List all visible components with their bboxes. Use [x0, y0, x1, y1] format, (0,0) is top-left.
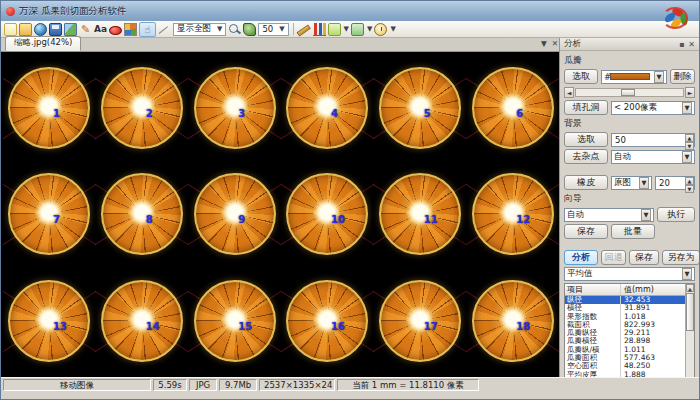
layer-icon[interactable]	[328, 23, 341, 36]
line-tool-icon[interactable]	[158, 23, 171, 36]
segment-color-select[interactable]: #1 ▼	[601, 70, 667, 84]
fit-view-select[interactable]: 显示全图 ▼	[173, 23, 226, 36]
wizard-save-button[interactable]: 保存	[564, 224, 608, 239]
denoise-mode-select[interactable]: 自动 ▼	[611, 150, 695, 164]
toolbar-separator	[293, 23, 294, 35]
chevron-down-icon[interactable]: ▼	[367, 25, 372, 33]
table-row[interactable]: 瓜瓣横径28.898	[565, 337, 685, 345]
slider-left-arrow-icon[interactable]: ◄	[564, 87, 574, 98]
save-button[interactable]: 保存	[629, 250, 659, 265]
slider-right-arrow-icon[interactable]: ►	[685, 87, 695, 98]
slider-thumb[interactable]	[621, 89, 635, 96]
spinner-up-icon[interactable]: ▲	[685, 177, 694, 185]
tab-collapse-icon[interactable]: ▼	[541, 39, 547, 48]
orange-slice[interactable]: 6	[466, 55, 559, 161]
slice-number-label: 3	[238, 108, 245, 119]
chevron-down-icon[interactable]: ▼	[390, 25, 395, 33]
zoom-icon[interactable]	[228, 23, 241, 36]
save-icon[interactable]	[49, 23, 62, 36]
orange-slice[interactable]: 12	[466, 161, 559, 267]
wizard-batch-button[interactable]: 批量	[611, 224, 655, 239]
chart-icon[interactable]	[313, 23, 326, 36]
tab-close-icon[interactable]: ✕	[552, 39, 558, 48]
table-row[interactable]: 瓜瓣纵径29.211	[565, 329, 685, 337]
spinner-down-icon[interactable]: ▼	[685, 142, 694, 150]
image-icon[interactable]	[64, 23, 77, 36]
orange-slice[interactable]: 7	[3, 161, 96, 267]
history-icon[interactable]	[374, 23, 387, 36]
hand-tool-button[interactable]: ☝	[139, 22, 156, 37]
eraser-layer-select[interactable]: 原图 ▼	[611, 176, 652, 190]
palette-icon[interactable]	[124, 23, 137, 36]
orange-slice[interactable]: 4	[281, 55, 374, 161]
orange-slice[interactable]: 1	[3, 55, 96, 161]
wizard-run-button[interactable]: 执行	[657, 207, 695, 222]
layer2-icon[interactable]	[351, 23, 364, 36]
text-icon[interactable]: Aa	[94, 23, 107, 36]
spinner-down-icon[interactable]: ▼	[685, 185, 694, 193]
orange-slice[interactable]: 2	[96, 55, 189, 161]
table-row[interactable]: 截面积822.993	[565, 321, 685, 329]
eraser-button[interactable]: 橡皮	[564, 175, 608, 190]
window-title: 万深 瓜果剖切面分析软件	[19, 5, 127, 18]
globe-icon[interactable]	[34, 23, 47, 36]
stat-mode-select[interactable]: 平均值 ▼	[564, 267, 695, 281]
table-row[interactable]: 空心面积48.250	[565, 362, 685, 370]
picker-icon[interactable]	[243, 23, 256, 36]
orange-slice[interactable]: 5	[374, 55, 467, 161]
orange-slice[interactable]: 16	[281, 268, 374, 374]
wizard-preset-select[interactable]: 自动 ▼	[564, 208, 654, 222]
tolerance-slider[interactable]: ◄ ►	[564, 86, 695, 98]
segment-delete-button[interactable]: 删除	[670, 69, 695, 84]
orange-grid[interactable]: 123456789101112131415161718	[1, 52, 561, 377]
denoise-button[interactable]: 去杂点	[564, 149, 608, 164]
orange-slice[interactable]: 15	[188, 268, 281, 374]
status-scale: 当前 1 mm = 11.8110 像素	[337, 379, 479, 391]
pencil-icon[interactable]: ✎	[79, 23, 92, 36]
orange-slice[interactable]: 13	[3, 268, 96, 374]
status-time: 5.59s	[153, 379, 187, 391]
document-tab[interactable]: 缩略.jpg(42%)	[5, 36, 81, 51]
table-row[interactable]: 横径31.891	[565, 304, 685, 312]
orange-slice[interactable]: 9	[188, 161, 281, 267]
new-icon[interactable]	[4, 23, 17, 36]
title-bar[interactable]: 万深 瓜果剖切面分析软件	[1, 1, 699, 21]
slice-number-label: 13	[53, 321, 67, 332]
slice-number-label: 12	[516, 214, 530, 225]
orange-slice[interactable]: 11	[374, 161, 467, 267]
orange-slice[interactable]: 17	[374, 268, 467, 374]
orange-slice[interactable]: 3	[188, 55, 281, 161]
eraser-size-spinner[interactable]: 20 ▲▼	[655, 176, 695, 190]
orange-slice[interactable]: 14	[96, 268, 189, 374]
slider-track[interactable]	[575, 88, 684, 97]
table-row[interactable]: 果形指数1.018	[565, 313, 685, 321]
segment-color-swatch	[610, 73, 650, 80]
analyze-button[interactable]: 分析	[564, 250, 598, 265]
spinner-up-icon[interactable]: ▲	[685, 134, 694, 142]
scroll-up-icon[interactable]: ▲	[686, 284, 694, 292]
save-as-button[interactable]: 另存为	[662, 250, 700, 265]
table-row[interactable]: 纵径32.453	[565, 296, 685, 304]
scroll-thumb[interactable]	[686, 293, 694, 331]
zoom-level-select[interactable]: 50 ▼	[258, 23, 288, 36]
hand-icon: ☝	[144, 24, 150, 35]
pin-icon[interactable]: ▪	[679, 40, 684, 49]
open-icon[interactable]	[19, 23, 32, 36]
measure-icon[interactable]	[298, 23, 311, 36]
table-row[interactable]: 瓜瓣纵/横1.011	[565, 346, 685, 354]
segment-select-button[interactable]: 选取	[564, 69, 598, 84]
orange-slice[interactable]: 18	[466, 268, 559, 374]
slice-number-label: 4	[331, 108, 338, 119]
table-row[interactable]: 瓜瓣面积577.463	[565, 354, 685, 362]
fill-holes-button[interactable]: 填孔洞	[564, 100, 608, 115]
orange-slice[interactable]: 10	[281, 161, 374, 267]
fill-holes-size-select[interactable]: < 200像素 ▼	[611, 101, 695, 115]
ellipse-icon[interactable]	[109, 26, 122, 35]
background-threshold-spinner[interactable]: 50 ▲▼	[611, 133, 695, 147]
orange-slice-image	[472, 67, 554, 149]
document-tab-bar: 缩略.jpg(42%) ▼ ✕	[1, 38, 561, 52]
orange-slice[interactable]: 8	[96, 161, 189, 267]
background-select-button[interactable]: 选取	[564, 132, 608, 147]
panel-close-icon[interactable]: ✕	[688, 40, 695, 49]
chevron-down-icon[interactable]: ▼	[344, 25, 349, 33]
